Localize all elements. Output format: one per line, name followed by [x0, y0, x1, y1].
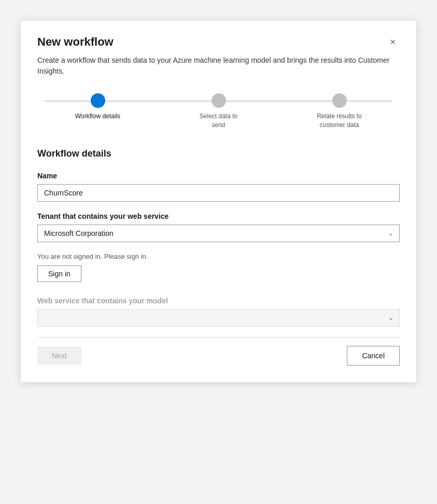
modal-title: New workflow	[37, 35, 114, 49]
stepper-step-1: Workflow details	[37, 93, 158, 130]
name-input[interactable]	[37, 184, 400, 202]
tenant-select[interactable]: Microsoft Corporation	[37, 225, 400, 242]
modal-dialog: New workflow × Create a workflow that se…	[21, 21, 416, 382]
sign-in-button[interactable]: Sign in	[37, 265, 81, 282]
next-button[interactable]: Next	[37, 346, 81, 365]
web-service-select-wrapper: ⌄	[37, 309, 400, 327]
step-circle-2	[212, 93, 226, 108]
tenant-field-group: Tenant that contains your web service Mi…	[37, 212, 400, 242]
step-circle-1	[91, 93, 105, 108]
step-label-2: Select data to send	[193, 112, 245, 130]
web-service-select[interactable]	[37, 309, 400, 327]
sign-in-notice: You are not signed in. Please sign in.	[37, 253, 400, 260]
modal-footer: Next Cancel	[37, 337, 400, 366]
web-service-label: Web service that contains your model	[37, 297, 400, 305]
close-button[interactable]: ×	[386, 35, 400, 49]
modal-overlay: New workflow × Create a workflow that se…	[0, 0, 437, 504]
stepper-step-3: Relate results to customer data	[279, 93, 400, 130]
name-field-group: Name	[37, 172, 400, 202]
step-label-1: Workflow details	[75, 112, 120, 121]
modal-description: Create a workflow that sends data to you…	[37, 55, 400, 77]
name-label: Name	[37, 172, 400, 180]
tenant-select-wrapper: Microsoft Corporation ⌄	[37, 225, 400, 242]
stepper-steps: Workflow details Select data to send Rel…	[37, 93, 400, 130]
modal-header: New workflow ×	[37, 35, 400, 49]
stepper-step-2: Select data to send	[158, 93, 279, 130]
cancel-button[interactable]: Cancel	[347, 346, 400, 366]
section-title: Workflow details	[37, 148, 400, 159]
tenant-label: Tenant that contains your web service	[37, 212, 400, 220]
step-label-3: Relate results to customer data	[314, 112, 365, 130]
stepper: Workflow details Select data to send Rel…	[37, 93, 400, 130]
web-service-field-group: Web service that contains your model ⌄	[37, 297, 400, 327]
step-circle-3	[332, 93, 347, 108]
